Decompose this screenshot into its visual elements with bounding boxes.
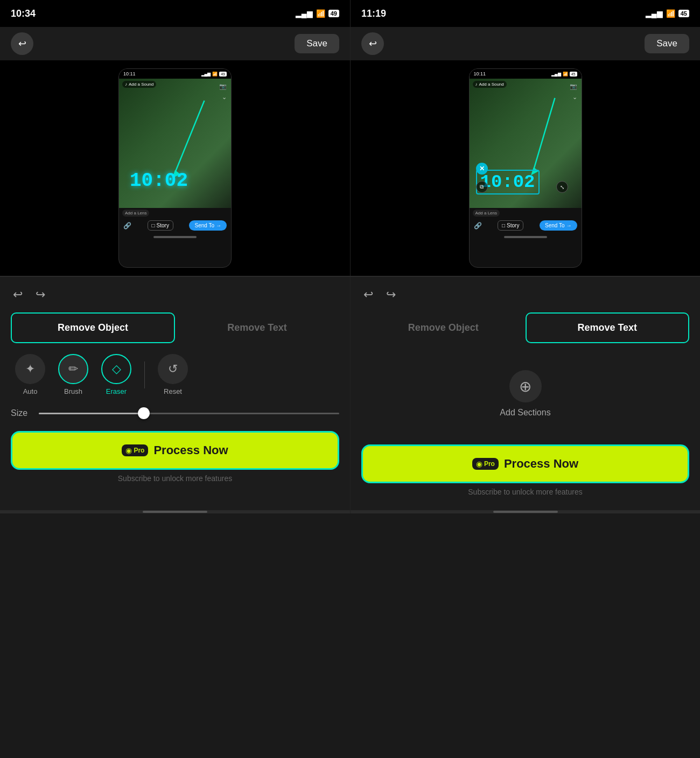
right-phone-signal: ▂▄▆: [551, 72, 561, 77]
left-controls: ↩ ↪ Remove Object Remove Text ✦ Auto ✏ B…: [0, 277, 350, 510]
left-home-indicator: [153, 236, 197, 238]
left-pro-icon: ◉: [125, 446, 132, 455]
left-phone-battery: 49: [219, 72, 227, 77]
left-tab-remove-object[interactable]: Remove Object: [11, 312, 175, 343]
right-copy-handle[interactable]: ⧉: [476, 181, 488, 193]
right-status-bar: 11:19 ▂▄▆ 📶 45: [350, 0, 700, 27]
left-reset-label: Reset: [164, 387, 182, 395]
left-slider-track[interactable]: [39, 413, 339, 414]
right-tab-remove-text[interactable]: Remove Text: [526, 312, 690, 343]
left-send-to-button[interactable]: Send To →: [189, 220, 227, 231]
right-phone-status: 10:11 ▂▄▆ 📶 45: [470, 69, 582, 79]
right-bottom-bar: [350, 510, 700, 513]
left-camera-icon: 📷: [219, 83, 227, 90]
left-auto-icon: ✦: [25, 362, 35, 376]
right-status-time: 11:19: [361, 8, 386, 19]
left-tool-eraser[interactable]: ◇ Eraser: [101, 354, 131, 395]
left-brush-icon-wrap: ✏: [58, 354, 88, 384]
right-send-to-button[interactable]: Send To →: [540, 220, 577, 231]
left-auto-icon-wrap: ✦: [15, 354, 45, 384]
left-tab-row: Remove Object Remove Text: [11, 312, 339, 343]
left-eraser-icon: ◇: [112, 362, 121, 376]
right-pro-text: Pro: [484, 460, 495, 468]
left-undo-button[interactable]: ↩: [11, 286, 25, 304]
left-brush-label: Brush: [64, 387, 82, 395]
right-pro-badge: ◉ Pro: [472, 458, 499, 470]
right-process-button[interactable]: ◉ Pro Process Now: [361, 444, 689, 483]
left-status-time: 10:34: [11, 8, 36, 19]
right-controls: ↩ ↪ Remove Object Remove Text ⊕ Add Sect…: [350, 277, 700, 510]
signal-icon: ▂▄▆: [296, 9, 313, 18]
wifi-icon: 📶: [316, 9, 325, 18]
right-add-sections-label: Add Sections: [500, 408, 550, 418]
right-tab-remove-object[interactable]: Remove Object: [361, 312, 526, 343]
add-sections-plus-icon: ⊕: [519, 378, 531, 395]
left-eraser-label: Eraser: [106, 387, 127, 395]
right-top-bar: ↩ Save: [350, 27, 700, 60]
left-tools-row: ✦ Auto ✏ Brush ◇ Eraser ↺: [11, 354, 339, 395]
left-undo-redo: ↩ ↪: [11, 286, 339, 304]
left-phone-screen: ♪ Add a Sound 📷 ⌄ 10:02: [119, 79, 231, 208]
left-process-button[interactable]: ◉ Pro Process Now: [11, 431, 339, 470]
left-eraser-icon-wrap: ◇: [101, 354, 131, 384]
left-reset-icon: ↺: [168, 362, 178, 376]
right-redo-button[interactable]: ↪: [384, 286, 398, 304]
left-phone-wifi: 📶: [212, 72, 218, 77]
right-back-button[interactable]: ↩: [361, 32, 384, 55]
right-signal-icon: ▂▄▆: [646, 9, 663, 18]
right-undo-redo: ↩ ↪: [361, 286, 689, 304]
right-tab-row: Remove Object Remove Text: [361, 312, 689, 343]
left-back-button[interactable]: ↩: [11, 32, 33, 55]
left-pro-badge: ◉ Pro: [122, 444, 148, 456]
right-send-arrow: →: [566, 222, 572, 228]
right-resize-handle[interactable]: ⤡: [556, 181, 568, 193]
left-size-row: Size: [11, 408, 339, 418]
right-story-button[interactable]: □ Story: [498, 220, 523, 231]
left-sound-label: ♪ Add a Sound: [122, 81, 156, 88]
right-close-handle[interactable]: ✕: [476, 163, 488, 175]
left-story-button[interactable]: □ Story: [148, 220, 173, 231]
left-bottom-indicator: [143, 511, 207, 513]
right-phone-wifi: 📶: [563, 72, 568, 77]
left-redo-button[interactable]: ↪: [33, 286, 47, 304]
right-undo-button[interactable]: ↩: [361, 286, 375, 304]
right-home-indicator: [504, 236, 547, 238]
left-send-arrow: →: [216, 222, 221, 228]
right-phone-mockup: 10:11 ▂▄▆ 📶 45 ♪ Add a Sound 📷 ⌄: [469, 68, 582, 268]
right-wifi-icon: 📶: [666, 9, 675, 18]
left-status-icons: ▂▄▆ 📶 49: [296, 9, 339, 18]
left-reset-icon-wrap: ↺: [158, 354, 188, 384]
left-phone-status: 10:11 ▂▄▆ 📶 49: [119, 69, 231, 79]
left-subscribe-text: Subscribe to unlock more features: [11, 474, 339, 483]
right-link-icon: 🔗: [474, 222, 482, 230]
left-tool-reset[interactable]: ↺ Reset: [158, 354, 188, 395]
right-camera-icon: 📷: [570, 83, 577, 90]
left-lens-label: Add a Lens: [122, 210, 149, 217]
right-phone-area: 10:11 ▂▄▆ 📶 45 ♪ Add a Sound 📷 ⌄: [350, 60, 700, 276]
left-tab-remove-text[interactable]: Remove Text: [175, 312, 339, 343]
left-phone-mockup: 10:11 ▂▄▆ 📶 49 ♪ Add a Sound 📷 ⌄: [118, 68, 232, 268]
left-slider-thumb[interactable]: [138, 407, 150, 419]
left-snap-bar: 🔗 □ Story Send To →: [119, 218, 231, 233]
right-phone-time: 10:11: [474, 71, 486, 77]
left-tool-brush[interactable]: ✏ Brush: [58, 354, 88, 395]
battery-badge: 49: [328, 10, 339, 17]
right-snap-bar: 🔗 □ Story Send To →: [470, 218, 582, 233]
left-auto-label: Auto: [23, 387, 38, 395]
left-chevron-icon: ⌄: [222, 94, 227, 101]
right-save-button[interactable]: Save: [645, 34, 689, 53]
right-pro-icon: ◉: [476, 460, 482, 468]
right-add-sections-icon-wrap[interactable]: ⊕: [509, 370, 542, 402]
left-story-icon: □: [152, 222, 155, 228]
right-status-icons: ▂▄▆ 📶 45: [646, 9, 689, 18]
left-save-button[interactable]: Save: [295, 34, 339, 53]
left-slider-fill: [39, 413, 144, 414]
right-sound-label: ♪ Add a Sound: [473, 81, 507, 88]
left-phone-signal: ▂▄▆: [201, 72, 211, 77]
right-phone-battery: 45: [570, 72, 577, 77]
right-chevron-icon: ⌄: [572, 94, 577, 101]
left-clock-text: 10:02: [130, 170, 188, 192]
right-lens-label: Add a Lens: [473, 210, 500, 217]
left-tool-auto[interactable]: ✦ Auto: [15, 354, 45, 395]
left-brush-icon: ✏: [68, 362, 78, 376]
